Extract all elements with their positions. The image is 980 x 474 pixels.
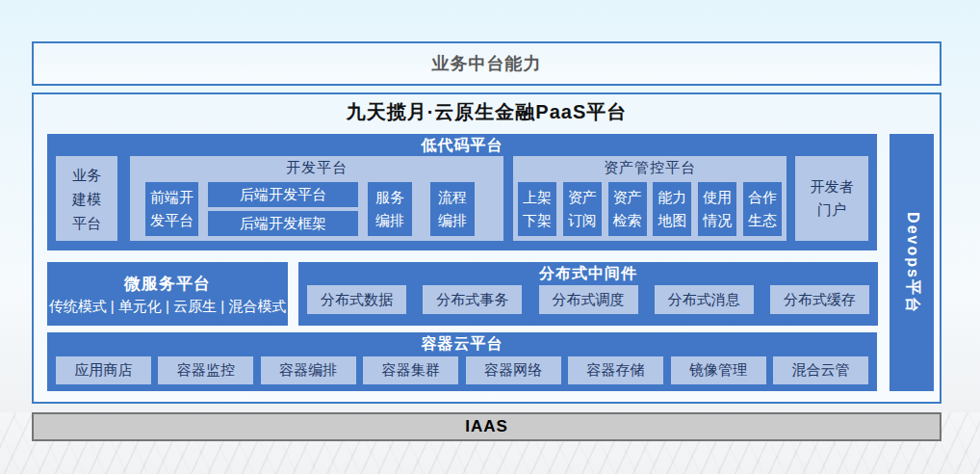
middleware-item-label: 分布式调度 — [553, 291, 625, 309]
backend-dev-framework-label: 后端开发框架 — [240, 215, 326, 233]
asset-control-group: 资产管控平台 上架 下架 资产 订阅 资产 检索 能力 地图 使用 情况 合作 … — [513, 156, 787, 241]
iaas-label: IAAS — [465, 417, 508, 436]
container-item-label: 容器网络 — [484, 361, 542, 380]
container-item-label: 镜像管理 — [689, 361, 747, 380]
asset-control-items: 上架 下架 资产 订阅 资产 检索 能力 地图 使用 情况 合作 生态 — [513, 182, 787, 236]
backend-dev-platform-box: 后端开发平台 — [208, 182, 358, 207]
container-item-label: 容器存储 — [587, 361, 645, 380]
slide-canvas: 业务中台能力 九天揽月·云原生金融PaaS平台 低代码平台 业务 建模 平台 开… — [0, 0, 980, 474]
business-midplatform-title: 业务中台能力 — [432, 52, 542, 75]
asset-item-search: 资产 检索 — [608, 182, 647, 236]
container-cloud-items: 应用商店 容器监控 容器编排 容器集群 容器网络 容器存储 镜像管理 混合云管 — [47, 356, 877, 384]
asset-item-label: 合作 生态 — [748, 186, 777, 232]
container-item-label: 容器监控 — [177, 361, 235, 380]
container-item-cluster: 容器集群 — [363, 356, 458, 384]
container-item-orchestration: 容器编排 — [261, 356, 356, 384]
container-item-image-mgmt: 镜像管理 — [671, 356, 766, 384]
business-modeling-label: 业务 建模 平台 — [72, 163, 101, 235]
iaas-bar: IAAS — [32, 412, 941, 441]
middleware-item-transaction: 分布式事务 — [423, 285, 522, 314]
asset-item-cooperation: 合作 生态 — [743, 182, 782, 236]
asset-item-label: 能力 地图 — [658, 186, 686, 232]
asset-control-title: 资产管控平台 — [513, 159, 787, 177]
business-midplatform-banner: 业务中台能力 — [32, 41, 941, 86]
middleware-item-label: 分布式缓存 — [784, 291, 856, 309]
asset-item-onoff-shelf: 上架 下架 — [518, 182, 556, 236]
container-item-label: 容器编排 — [279, 361, 337, 380]
process-orchestration-box: 流程 编排 — [430, 182, 475, 236]
microservice-platform-modes: 传统模式 | 单元化 | 云原生 | 混合模式 — [49, 298, 287, 316]
asset-item-capability-map: 能力 地图 — [653, 182, 691, 236]
asset-item-usage: 使用 情况 — [698, 182, 736, 236]
middleware-item-data: 分布式数据 — [307, 285, 406, 314]
middleware-item-cache: 分布式缓存 — [770, 285, 869, 314]
lowcode-platform-title: 低代码平台 — [47, 136, 877, 156]
middleware-item-label: 分布式数据 — [321, 291, 393, 309]
asset-item-label: 使用 情况 — [703, 186, 732, 232]
asset-item-subscription: 资产 订阅 — [563, 182, 602, 236]
distributed-middleware-items: 分布式数据 分布式事务 分布式调度 分布式消息 分布式缓存 — [298, 285, 878, 314]
developer-portal-box: 开发者 门户 — [795, 156, 868, 241]
backend-dev-framework-box: 后端开发框架 — [208, 211, 358, 236]
container-cloud-section: 容器云平台 应用商店 容器监控 容器编排 容器集群 容器网络 容器存储 镜像管理… — [47, 332, 877, 391]
container-item-label: 应用商店 — [75, 361, 133, 380]
asset-item-label: 资产 订阅 — [568, 186, 597, 232]
container-item-label: 容器集群 — [382, 361, 440, 380]
lowcode-platform-section: 低代码平台 业务 建模 平台 开发平台 前端开 发平台 后端开发平台 后端开发框… — [47, 134, 877, 250]
dev-platform-title: 开发平台 — [130, 159, 503, 177]
middleware-item-scheduling: 分布式调度 — [539, 285, 638, 314]
frontend-dev-box: 前端开 发平台 — [145, 182, 198, 236]
container-item-app-store: 应用商店 — [56, 356, 151, 384]
paas-platform-title: 九天揽月·云原生金融PaaS平台 — [34, 99, 940, 125]
container-item-network: 容器网络 — [466, 356, 561, 384]
devops-platform-bar: Devops平台 — [890, 134, 934, 391]
business-modeling-box: 业务 建模 平台 — [56, 156, 117, 241]
container-item-storage: 容器存储 — [568, 356, 663, 384]
container-item-label: 混合云管 — [791, 361, 849, 380]
asset-item-label: 资产 检索 — [613, 186, 642, 232]
asset-item-label: 上架 下架 — [523, 186, 552, 232]
backend-dev-platform-label: 后端开发平台 — [240, 186, 326, 204]
container-item-hybrid-cloud: 混合云管 — [773, 356, 868, 384]
distributed-middleware-section: 分布式中间件 分布式数据 分布式事务 分布式调度 分布式消息 分布式缓存 — [298, 262, 878, 326]
middleware-item-label: 分布式事务 — [436, 291, 508, 309]
container-cloud-title: 容器云平台 — [47, 334, 877, 355]
frontend-dev-label: 前端开 发平台 — [150, 186, 193, 232]
container-item-monitoring: 容器监控 — [158, 356, 253, 384]
microservice-platform-section: 微服务平台 传统模式 | 单元化 | 云原生 | 混合模式 — [47, 262, 288, 326]
dev-platform-group: 开发平台 前端开 发平台 后端开发平台 后端开发框架 服务 编排 流程 编排 — [130, 156, 503, 241]
devops-platform-label: Devops平台 — [902, 212, 922, 314]
distributed-middleware-title: 分布式中间件 — [298, 264, 878, 284]
middleware-item-message: 分布式消息 — [655, 285, 754, 314]
process-orchestration-label: 流程 编排 — [438, 186, 467, 232]
service-orchestration-box: 服务 编排 — [368, 182, 412, 236]
developer-portal-label: 开发者 门户 — [811, 175, 854, 222]
paas-platform-panel: 九天揽月·云原生金融PaaS平台 低代码平台 业务 建模 平台 开发平台 前端开… — [32, 92, 941, 404]
service-orchestration-label: 服务 编排 — [375, 186, 404, 232]
microservice-platform-title: 微服务平台 — [124, 273, 211, 295]
middleware-item-label: 分布式消息 — [668, 291, 740, 309]
